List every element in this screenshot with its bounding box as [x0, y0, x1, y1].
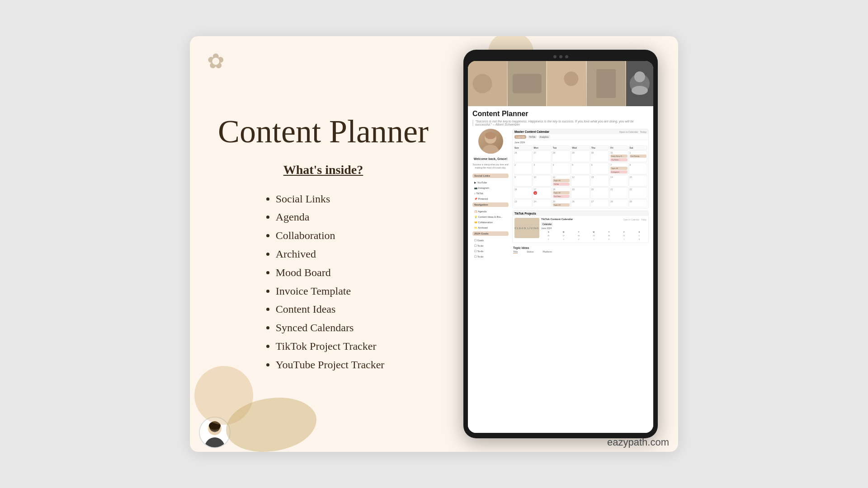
- mini-cal-d: 7: [617, 238, 631, 241]
- sidebar-link-collaboration[interactable]: 🤝 Collaboration: [472, 221, 509, 224]
- sidebar-section-goals: 2024 Goals: [472, 231, 509, 236]
- sidebar-section-nav: Navigation: [472, 202, 509, 207]
- cal-day: 31Early Story S...YouTube...: [609, 150, 628, 162]
- img-block-3: [547, 61, 586, 106]
- mini-cal-d: 3: [556, 238, 571, 241]
- mini-cal-d: 4: [571, 238, 586, 241]
- img-block-2: [508, 61, 547, 106]
- sidebar-link-pinterest[interactable]: 📌 Pinterest: [472, 197, 509, 201]
- topics-tab-status[interactable]: Status: [527, 250, 533, 253]
- cal-event: Topic #4: [553, 179, 570, 182]
- camera-dot-2: [559, 55, 562, 58]
- cal-event: YouTube...: [553, 195, 570, 198]
- svg-point-5: [564, 71, 578, 86]
- calendar-title: Master Content Calendar: [514, 130, 549, 133]
- tab-calendar[interactable]: Calendar: [514, 135, 526, 139]
- features-list: Social Links Agenda Collaboration Archiv…: [262, 190, 385, 374]
- sidebar-link-content-ideas[interactable]: 💡 Content Ideas & Bra...: [472, 215, 509, 219]
- left-panel: Content Planner What's inside? Social Li…: [190, 36, 452, 452]
- mini-cal-h: T: [571, 230, 586, 234]
- cal-day: 13: [590, 175, 609, 187]
- mini-cal-d: 28: [571, 234, 586, 237]
- tiktok-mini-calendar: TikTok Content Calendar Open in Calendar…: [541, 218, 646, 241]
- cal-day: 2: [514, 163, 532, 174]
- mini-cal-month: June 2024: [541, 227, 646, 230]
- list-item: Invoice Template: [276, 282, 385, 300]
- cal-header-tue: Tue: [552, 145, 571, 150]
- img-block-5: [626, 61, 653, 106]
- tiktok-thumb-text: CLEAN LIVING: [514, 227, 539, 230]
- calendar-grid: Sun Mon Tue Wed Thu Fri Sat 26 27 28: [513, 145, 648, 208]
- tiktok-body: CLEAN LIVING TikTok Content Calendar Ope…: [513, 216, 648, 243]
- mini-cal-h: F: [617, 230, 631, 234]
- cal-day: 30: [590, 150, 609, 162]
- tablet-camera-row: [468, 55, 653, 58]
- cal-day: 8: [629, 163, 647, 174]
- open-in-calendar-btn[interactable]: Open in Calendar Today: [623, 219, 646, 221]
- cal-day: 29: [629, 199, 647, 207]
- topics-tabs: Title Status Platform: [513, 250, 648, 253]
- img-block-4: [587, 61, 626, 106]
- mini-cal-h: S: [541, 230, 556, 234]
- tiktok-projects-header: TikTok Projects: [513, 211, 648, 216]
- sidebar-link-todo-1[interactable]: ☐ To-do: [472, 244, 509, 248]
- mini-cal-d: 2: [541, 238, 556, 241]
- cal-day: 10: [533, 175, 551, 187]
- tab-tiktok[interactable]: TikTok: [528, 135, 537, 139]
- mini-cal-d: 8: [632, 238, 646, 241]
- sidebar-link-todo-2[interactable]: ☐ To-do: [472, 249, 509, 253]
- cal-event: Topic #3: [553, 203, 570, 206]
- sidebar-link-instagram[interactable]: 📷 Instagram: [472, 186, 509, 190]
- avatar: [478, 129, 503, 154]
- mini-cal-h: W: [586, 230, 601, 234]
- cal-day: 1Get Ready...: [629, 150, 647, 162]
- cal-day: 19: [571, 187, 590, 199]
- cal-day: 26: [571, 199, 590, 207]
- mini-cal-grid: S M T W T F S 26 27: [541, 230, 646, 241]
- cal-day: 20: [590, 187, 609, 199]
- calendar-tabs: Calendar TikTok Analytics: [513, 134, 648, 140]
- svg-point-10: [634, 71, 645, 82]
- image-strip: [468, 61, 653, 106]
- notion-content: Content Planner "Success is not the key …: [468, 106, 653, 433]
- topics-tab-platform[interactable]: Platform: [542, 250, 552, 253]
- cal-day: 18Topic #2YouTube...: [552, 187, 571, 199]
- sidebar-link-tiktok[interactable]: ♪ TikTok: [472, 192, 509, 195]
- cal-day: 28: [609, 199, 628, 207]
- notion-page-title: Content Planner: [472, 110, 649, 118]
- cal-day: 16: [514, 187, 532, 199]
- notion-main-content: Master Content Calendar Open in Calendar…: [512, 129, 649, 423]
- camera-dot-3: [565, 55, 568, 58]
- topics-title: Topic Ideas: [513, 246, 648, 249]
- sidebar-link-goals[interactable]: ☐ Goals: [472, 239, 509, 242]
- sidebar-tagline: Success is doing what you love and makin…: [472, 163, 509, 169]
- mini-cal-d: 29: [586, 234, 601, 237]
- sidebar-link-archived[interactable]: 📁 Archived: [472, 226, 509, 230]
- cal-day: 27: [590, 199, 609, 207]
- mini-cal-h: M: [556, 230, 571, 234]
- sidebar-link-todo-3[interactable]: ☐ To-do: [472, 255, 509, 258]
- svg-point-1: [473, 74, 492, 94]
- cal-day: 28: [552, 150, 571, 162]
- topics-tab-title[interactable]: Title: [513, 250, 518, 253]
- tab-analytics[interactable]: Analytics: [538, 135, 550, 139]
- sidebar-link-youtube[interactable]: ▶ YouTube: [472, 181, 509, 184]
- tiktok-cal-title: TikTok Content Calendar: [541, 218, 573, 221]
- cal-header-wed: Wed: [571, 145, 590, 150]
- list-item: TikTok Project Tracker: [276, 337, 385, 356]
- svg-point-14: [485, 132, 496, 139]
- cal-day: 14: [609, 175, 628, 187]
- subtitle: What's inside?: [283, 163, 363, 177]
- calendar-controls: Open in Calendar Today: [619, 131, 646, 133]
- mini-tab-calendar[interactable]: Calendar: [541, 222, 553, 226]
- cal-header-fri: Fri: [609, 145, 628, 150]
- cal-header-thu: Thu: [590, 145, 609, 150]
- notion-sidebar: Welcome back, Grace! Success is doing wh…: [472, 129, 509, 423]
- sidebar-link-agenda[interactable]: 📋 Agenda: [472, 210, 509, 213]
- cal-day: 29: [571, 150, 590, 162]
- tiktok-thumbnail: CLEAN LIVING: [514, 218, 539, 238]
- notion-quote: "Success is not the key to happiness. Ha…: [472, 120, 649, 126]
- calendar-month: June 2024: [513, 140, 648, 145]
- list-item: Archived: [276, 245, 385, 263]
- cal-event: Get Ready...: [630, 155, 646, 158]
